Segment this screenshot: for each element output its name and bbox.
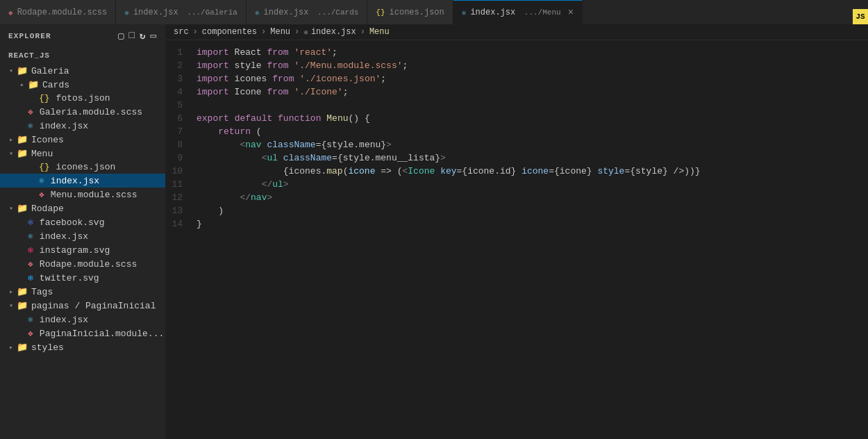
sidebar-item-galeria[interactable]: ▾ 📁 Galeria	[0, 64, 165, 78]
json-icon: {}	[376, 8, 385, 17]
jsx-icon: ⚛	[28, 314, 33, 325]
breadcrumb-sep: ›	[261, 27, 266, 37]
folder-icon: 📁	[17, 300, 28, 311]
code-line: 10 {icones.map(icone => (<Icone key={ico…	[165, 165, 868, 178]
tree-label: Rodape.module.scss	[40, 259, 137, 270]
tab-index-cards[interactable]: ⚛ index.jsx .../Cards	[247, 0, 367, 24]
code-line: 3 import icones from './icones.json';	[165, 72, 868, 85]
sidebar-item-galeria-module-scss[interactable]: ❖ Galeria.module.scss	[0, 105, 165, 119]
line-content: {icones.map(icone => (<Icone key={icone.…	[197, 165, 868, 178]
line-number: 14	[165, 217, 197, 231]
sidebar-item-styles[interactable]: ▸ 📁 styles	[0, 340, 165, 354]
folder-icon: 📁	[17, 342, 28, 353]
tree-label: Galeria.module.scss	[40, 107, 142, 117]
line-number: 6	[165, 112, 197, 125]
main-layout: EXPLORER ▢ □ ↻ ▭ REACT_JS ▾ 📁 Galeria ▸ …	[0, 24, 868, 439]
react-js-section: REACT_JS	[0, 47, 165, 64]
tree-label: index.jsx	[51, 176, 99, 186]
line-content: import style from './Menu.module.scss';	[197, 59, 868, 72]
scss-icon: ❖	[28, 106, 33, 117]
sidebar-item-twitter-svg[interactable]: ✻ twitter.svg	[0, 271, 165, 285]
folder-icon: 📁	[17, 134, 28, 145]
breadcrumb-menu: Menu	[270, 27, 290, 37]
sidebar-item-fotos-json[interactable]: {} fotos.json	[0, 92, 165, 105]
sidebar-item-paginainicial-module[interactable]: ❖ PaginaInicial.module...	[0, 326, 165, 340]
tree-label: Rodape	[31, 204, 64, 214]
scss-icon: ❖	[8, 8, 13, 17]
tab-icones-json[interactable]: {} icones.json	[367, 0, 453, 24]
sidebar-item-rodape-index-jsx[interactable]: ⚛ index.jsx	[0, 229, 165, 243]
jsx-icon: ⚛	[462, 8, 467, 17]
code-line: 7 return (	[165, 125, 868, 138]
line-number: 4	[165, 85, 197, 99]
tab-close-button[interactable]: ×	[568, 7, 574, 18]
folder-icon: 📁	[17, 148, 28, 159]
tab-index-galeria[interactable]: ⚛ index.jsx .../Galeria	[116, 0, 247, 24]
code-line: 1 import React from 'react';	[165, 46, 868, 59]
tab-rodape-scss[interactable]: ❖ Rodape.module.scss	[0, 0, 116, 24]
sidebar-actions: ▢ □ ↻ ▭	[118, 30, 157, 42]
jsx-icon: ⚛	[28, 120, 33, 131]
line-number: 3	[165, 72, 197, 85]
sidebar-item-paginas[interactable]: ▾ 📁 paginas / PaginaInicial	[0, 299, 165, 313]
sidebar-item-rodape[interactable]: ▾ 📁 Rodape	[0, 201, 165, 215]
sidebar-item-tags[interactable]: ▸ 📁 Tags	[0, 285, 165, 299]
sidebar-item-icones[interactable]: ▸ 📁 Icones	[0, 133, 165, 147]
tree-label: fotos.json	[56, 93, 110, 103]
chevron-down-icon: ▾	[6, 204, 17, 213]
line-content: <nav className={style.menu}>	[197, 138, 868, 151]
chevron-down-icon: ▾	[6, 149, 17, 158]
breadcrumb-componentes: componentes	[202, 27, 257, 37]
new-folder-icon[interactable]: □	[128, 30, 135, 42]
folder-icon: 📁	[28, 79, 39, 90]
sidebar-item-paginas-index-jsx[interactable]: ⚛ index.jsx	[0, 313, 165, 326]
json-icon: {}	[39, 93, 50, 103]
line-number: 7	[165, 125, 197, 138]
breadcrumb-sep: ›	[193, 27, 198, 37]
code-line: 6 export default function Menu() {	[165, 112, 868, 125]
code-line: 5	[165, 99, 868, 112]
breadcrumb-menu-fn: Menu	[369, 27, 390, 37]
sidebar: EXPLORER ▢ □ ↻ ▭ REACT_JS ▾ 📁 Galeria ▸ …	[0, 24, 165, 439]
sidebar-item-icones-json[interactable]: {} icones.json	[0, 160, 165, 174]
line-content: </nav>	[197, 191, 868, 204]
jsx-icon: ⚛	[124, 8, 129, 17]
tab-index-menu[interactable]: ⚛ index.jsx .../Menu ×	[453, 0, 583, 24]
chevron-down-icon: ▾	[6, 301, 17, 310]
breadcrumb-index-jsx: index.jsx	[311, 27, 356, 37]
code-line: 14 }	[165, 217, 868, 231]
tab-bar: ❖ Rodape.module.scss ⚛ index.jsx .../Gal…	[0, 0, 868, 24]
line-content: import Icone from './Icone';	[197, 85, 868, 99]
sidebar-item-menu-index-jsx[interactable]: ⚛ index.jsx	[0, 174, 165, 188]
line-content: </ul>	[197, 178, 868, 191]
scss-icon: ❖	[39, 189, 44, 200]
code-line: 13 )	[165, 204, 868, 217]
editor-area: src › componentes › Menu › ⚛ index.jsx ›…	[165, 24, 868, 439]
sidebar-item-facebook-svg[interactable]: ✻ facebook.svg	[0, 215, 165, 229]
tree-label: icones.json	[56, 162, 116, 172]
tab-label: icones.json	[390, 8, 444, 17]
sidebar-item-cards[interactable]: ▸ 📁 Cards	[0, 78, 165, 92]
code-line: 8 <nav className={style.menu}>	[165, 138, 868, 151]
tab-sublabel: .../Cards	[312, 8, 358, 17]
line-number: 5	[165, 99, 197, 112]
refresh-icon[interactable]: ↻	[140, 30, 147, 42]
sidebar-item-menu-module-scss[interactable]: ❖ Menu.module.scss	[0, 188, 165, 201]
sidebar-item-instagram-svg[interactable]: ✻ instagram.svg	[0, 243, 165, 257]
svg-icon: ✻	[28, 217, 33, 228]
sidebar-item-rodape-module-scss[interactable]: ❖ Rodape.module.scss	[0, 257, 165, 271]
new-file-icon[interactable]: ▢	[118, 30, 125, 42]
sidebar-item-galeria-index-jsx[interactable]: ⚛ index.jsx	[0, 119, 165, 133]
js-badge: JS	[853, 9, 868, 24]
code-editor[interactable]: 1 import React from 'react'; 2 import st…	[165, 40, 868, 439]
svg-icon: ✻	[28, 272, 33, 283]
tree-label: PaginaInicial.module...	[40, 329, 164, 339]
chevron-down-icon: ▾	[6, 67, 17, 75]
folder-icon: 📁	[17, 203, 28, 214]
code-line: 9 <ul className={style.menu__lista}>	[165, 151, 868, 165]
line-content: <ul className={style.menu__lista}>	[197, 151, 868, 165]
chevron-right-icon: ▸	[6, 343, 17, 351]
jsx-icon: ⚛	[28, 231, 33, 242]
collapse-icon[interactable]: ▭	[150, 30, 157, 42]
sidebar-item-menu[interactable]: ▾ 📁 Menu	[0, 147, 165, 160]
